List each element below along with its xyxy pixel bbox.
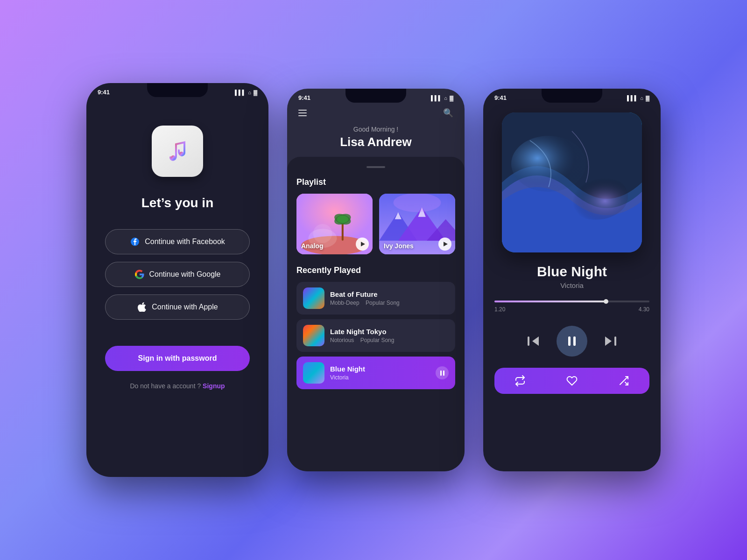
status-icons-2: ▌▌▌ ⌂ ▓ [431, 95, 453, 101]
menu-button[interactable] [298, 110, 307, 116]
pause-bar-1 [440, 371, 442, 376]
svg-rect-23 [568, 336, 571, 346]
google-icon [134, 269, 145, 280]
music-note-svg [161, 135, 194, 168]
wifi-icon-2: ⌂ [444, 95, 447, 101]
google-button[interactable]: Continue with Google [105, 262, 250, 287]
login-content: Let’s you in Continue with Facebook [86, 98, 268, 477]
wifi-icon-3: ⌂ [640, 95, 643, 101]
repeat-button[interactable] [514, 375, 526, 386]
user-name: Lisa Andrew [298, 135, 453, 149]
progress-section: 1.20 4.30 [494, 301, 649, 322]
track-item-bn[interactable]: Blue Night Victoria [296, 357, 455, 389]
time-row: 1.20 4.30 [494, 306, 649, 313]
battery-icon-2: ▓ [450, 95, 453, 101]
status-time-3: 9:41 [494, 94, 507, 101]
svg-marker-21 [532, 336, 539, 346]
svg-rect-7 [342, 222, 344, 241]
play-triangle [361, 242, 365, 246]
total-time: 4.30 [639, 306, 649, 313]
facebook-button[interactable]: Continue with Facebook [105, 229, 250, 254]
facebook-icon [130, 237, 140, 247]
bottom-actions [494, 368, 649, 394]
home-header: 🔍 [287, 103, 465, 126]
signal-icon: ▌▌▌ [235, 90, 246, 95]
ivy-play-button[interactable] [438, 238, 451, 251]
track-thumb-bn [303, 362, 324, 384]
status-time-2: 9:41 [298, 94, 310, 101]
playlist-row: Analog [296, 194, 455, 254]
signal-icon-2: ▌▌▌ [431, 95, 442, 101]
current-time: 1.20 [494, 306, 505, 313]
album-wave-svg [502, 112, 642, 252]
track-thumb-bof [303, 287, 324, 309]
greeting-text: Good Morning ! [298, 126, 453, 133]
track-item-bof[interactable]: Beat of Future Mobb-Deep Popular Song [296, 282, 455, 315]
wifi-icon: ⌂ [248, 90, 251, 95]
track-info-bof: Beat of Future Mobb-Deep Popular Song [330, 290, 449, 306]
album-artwork-player [502, 112, 642, 252]
track-title-bn: Blue Night [330, 365, 430, 373]
playlist-section-title: Playlist [296, 177, 455, 187]
home-body: Playlist [287, 157, 465, 471]
svg-rect-24 [573, 336, 576, 346]
playlist-card-ivy[interactable]: Ivy Jones [379, 194, 455, 254]
home-phone: 9:41 ▌▌▌ ⌂ ▓ 🔍 Good Morning ! Lisa Andre… [287, 89, 465, 471]
apple-icon [137, 302, 147, 312]
next-button[interactable] [600, 331, 621, 351]
track-title-lnt: Late Night Tokyo [330, 328, 449, 336]
controls-row [494, 326, 649, 357]
login-title: Let’s you in [141, 196, 214, 210]
analog-play-button[interactable] [356, 238, 369, 251]
drag-handle [366, 166, 385, 168]
prev-button[interactable] [523, 331, 543, 351]
svg-marker-25 [605, 336, 612, 346]
progress-bar-bg[interactable] [494, 301, 649, 302]
google-btn-label: Continue with Google [149, 270, 221, 279]
shuffle-button[interactable] [618, 375, 629, 386]
track-info-bn: Blue Night Victoria [330, 365, 430, 381]
analog-label: Analog [301, 242, 323, 250]
status-time-1: 9:41 [98, 89, 110, 96]
track-title-bof: Beat of Future [330, 290, 449, 298]
svg-point-1 [179, 152, 184, 156]
player-song-title: Blue Night [537, 264, 607, 280]
greeting-section: Good Morning ! Lisa Andrew [287, 126, 465, 157]
track-meta-bn: Victoria [330, 374, 430, 381]
track-meta-bof: Mobb-Deep Popular Song [330, 300, 449, 306]
phone-notch-2 [345, 89, 406, 103]
svg-point-6 [313, 224, 332, 243]
track-info-lnt: Late Night Tokyo Notorious Popular Song [330, 328, 449, 343]
player-song-artist: Victoria [560, 281, 584, 289]
signup-link[interactable]: Signup [203, 382, 225, 390]
progress-dot [604, 299, 608, 304]
login-phone: 9:41 ▌▌▌ ⌂ ▓ Let [86, 83, 268, 477]
status-icons-3: ▌▌▌ ⌂ ▓ [627, 95, 649, 101]
track-item-lnt[interactable]: Late Night Tokyo Notorious Popular Song [296, 319, 455, 352]
battery-icon-3: ▓ [646, 95, 649, 101]
password-button[interactable]: Sign in with password [105, 346, 250, 371]
facebook-btn-label: Continue with Facebook [145, 238, 225, 246]
pause-button-bn[interactable] [436, 366, 449, 379]
app-icon [152, 126, 203, 177]
like-button[interactable] [566, 375, 578, 386]
player-phone: 9:41 ▌▌▌ ⌂ ▓ [483, 89, 661, 471]
password-btn-label: Sign in with password [138, 354, 217, 362]
pause-button-player[interactable] [557, 326, 587, 357]
track-thumb-lnt [303, 325, 324, 346]
track-meta-lnt: Notorious Popular Song [330, 337, 449, 343]
status-icons-1: ▌▌▌ ⌂ ▓ [235, 90, 257, 95]
search-icon[interactable]: 🔍 [443, 108, 453, 118]
svg-rect-26 [614, 336, 616, 346]
battery-icon: ▓ [254, 90, 257, 95]
svg-point-0 [171, 155, 176, 160]
apple-btn-label: Continue with Apple [152, 303, 218, 311]
progress-bar-fill [494, 301, 606, 302]
playlist-card-analog[interactable]: Analog [296, 194, 373, 254]
svg-point-20 [563, 173, 628, 220]
apple-button[interactable]: Continue with Apple [105, 294, 250, 320]
signal-icon-3: ▌▌▌ [627, 95, 638, 101]
player-content: Blue Night Victoria 1.20 4.30 [483, 103, 661, 394]
ivy-label: Ivy Jones [384, 242, 414, 250]
phone-notch [147, 83, 208, 97]
